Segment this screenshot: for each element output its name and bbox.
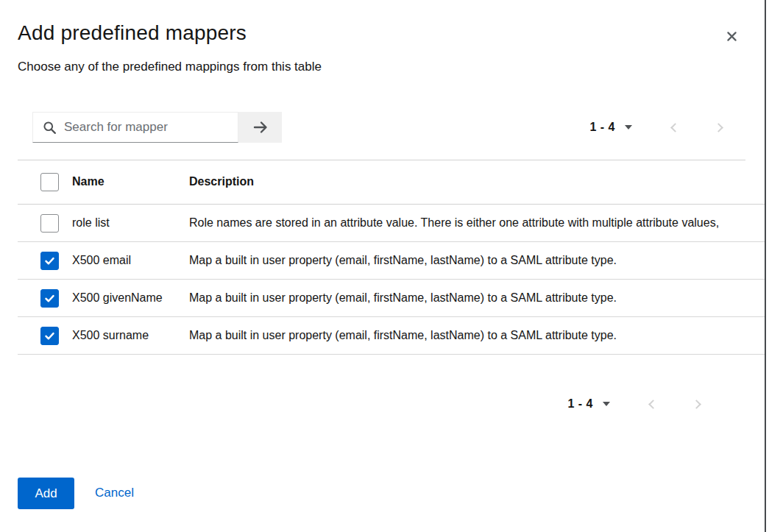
row-checkbox[interactable] xyxy=(40,214,59,233)
row-checkbox[interactable] xyxy=(40,327,59,345)
angle-left-icon xyxy=(648,400,658,409)
search-input-wrap xyxy=(32,112,238,143)
column-header-description: Description xyxy=(189,175,766,188)
caret-down-icon xyxy=(603,402,610,406)
row-description: Map a built in user property (email, fir… xyxy=(189,291,766,305)
column-header-name: Name xyxy=(72,175,189,188)
row-description: Map a built in user property (email, fir… xyxy=(189,329,766,342)
pagination-prev-button[interactable] xyxy=(646,397,656,411)
arrow-right-icon xyxy=(252,118,269,136)
angle-left-icon xyxy=(670,123,680,132)
table-row: X500 givenName Map a built in user prope… xyxy=(18,280,766,317)
pagination-prev-button[interactable] xyxy=(668,120,678,135)
pagination-menu-toggle[interactable]: 1 - 4 xyxy=(567,397,610,411)
mapper-table: Name Description role list Role names ar… xyxy=(18,160,766,355)
search-icon xyxy=(43,121,57,135)
pagination-next-button[interactable] xyxy=(715,120,725,135)
pagination-next-button[interactable] xyxy=(692,397,703,411)
table-row: X500 surname Map a built in user propert… xyxy=(18,317,766,355)
row-checkbox[interactable] xyxy=(40,252,59,270)
search-input[interactable] xyxy=(64,120,230,135)
cancel-button[interactable]: Cancel xyxy=(95,486,134,500)
pagination-range: 1 - 4 xyxy=(589,121,615,134)
row-checkbox[interactable] xyxy=(40,289,59,308)
row-name: role list xyxy=(72,216,189,230)
table-row: X500 email Map a built in user property … xyxy=(18,242,766,280)
pagination-range: 1 - 4 xyxy=(567,397,593,411)
row-name: X500 email xyxy=(72,254,189,267)
row-description: Role names are stored in an attribute va… xyxy=(189,216,766,230)
modal-subtitle: Choose any of the predefined mappings fr… xyxy=(18,60,322,74)
angle-right-icon xyxy=(714,123,723,132)
table-body: role list Role names are stored in an at… xyxy=(18,205,766,355)
pagination-top: 1 - 4 xyxy=(589,112,725,143)
row-name: X500 surname xyxy=(72,329,189,342)
angle-right-icon xyxy=(692,400,701,409)
caret-down-icon xyxy=(625,125,632,130)
search-submit-button[interactable] xyxy=(238,112,282,143)
add-button[interactable]: Add xyxy=(18,478,74,509)
table-header-row: Name Description xyxy=(18,160,766,205)
close-button[interactable] xyxy=(722,26,741,46)
table-row: role list Role names are stored in an at… xyxy=(18,205,766,242)
close-icon xyxy=(726,30,738,43)
search-group xyxy=(32,112,282,143)
pagination-bottom: 1 - 4 xyxy=(567,389,703,419)
select-all-checkbox[interactable] xyxy=(40,173,59,191)
row-name: X500 givenName xyxy=(72,291,189,305)
right-edge-line xyxy=(765,0,766,532)
page-title: Add predefined mappers xyxy=(18,21,247,45)
row-description: Map a built in user property (email, fir… xyxy=(189,254,766,267)
pagination-menu-toggle[interactable]: 1 - 4 xyxy=(589,121,632,134)
